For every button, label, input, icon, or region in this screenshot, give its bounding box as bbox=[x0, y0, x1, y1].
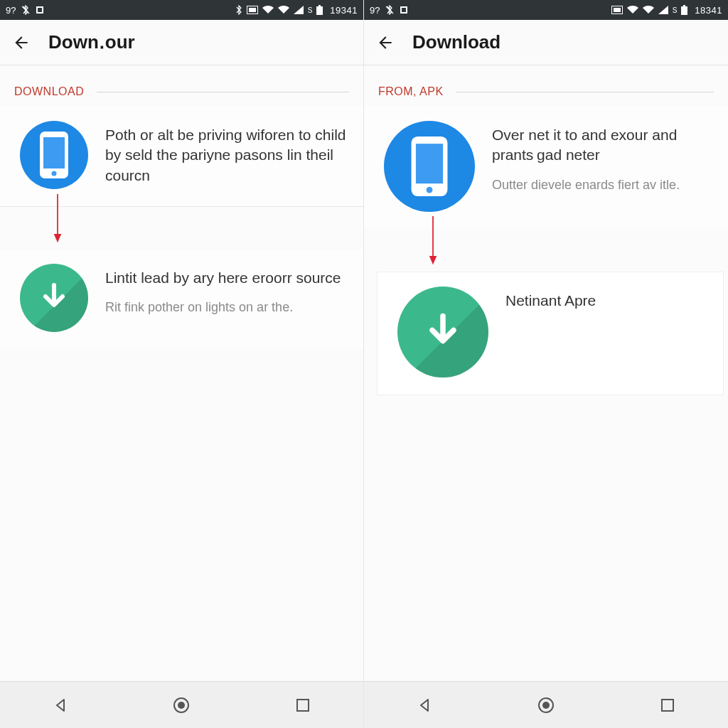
card-icon bbox=[36, 6, 44, 14]
step-2[interactable]: Netinant Apre bbox=[377, 272, 724, 395]
wifi-icon bbox=[262, 6, 274, 14]
download-icon bbox=[20, 264, 88, 332]
download-icon bbox=[397, 287, 488, 378]
back-button[interactable] bbox=[375, 33, 395, 53]
section-header: FROM, APK bbox=[364, 65, 728, 107]
step-1[interactable]: Poth or alt be priving wiforen to child … bbox=[0, 107, 363, 206]
nav-recent-button[interactable] bbox=[289, 691, 317, 719]
svg-rect-8 bbox=[43, 137, 65, 168]
status-clock: 19341 bbox=[330, 5, 358, 16]
svg-rect-20 bbox=[683, 5, 685, 6]
svg-rect-18 bbox=[614, 8, 621, 12]
app-title: Download bbox=[412, 31, 500, 53]
battery-icon bbox=[681, 5, 687, 15]
wifi-icon bbox=[627, 6, 638, 14]
svg-rect-13 bbox=[297, 700, 309, 711]
status-bar: 9? S 19341 bbox=[0, 0, 363, 20]
section-label: DOWNLOAD bbox=[14, 85, 84, 98]
section-label: FROM, APK bbox=[378, 85, 444, 98]
flow-arrow bbox=[0, 207, 363, 250]
card-icon bbox=[400, 6, 408, 14]
phone-icon bbox=[384, 121, 475, 212]
svg-rect-27 bbox=[662, 700, 673, 711]
flow-arrow bbox=[364, 229, 728, 272]
app-bar: Down․our bbox=[0, 20, 363, 65]
svg-rect-5 bbox=[316, 6, 323, 15]
phone-icon bbox=[20, 121, 88, 189]
bluetooth-icon bbox=[235, 5, 242, 15]
wifi-icon-2 bbox=[643, 6, 654, 14]
section-header: DOWNLOAD bbox=[0, 65, 363, 107]
step-2[interactable]: Lintit lead by ary here eroorr source Ri… bbox=[0, 250, 363, 349]
nav-bar bbox=[0, 681, 363, 728]
step-2-title: Netinant Apre bbox=[505, 291, 707, 311]
nav-recent-button[interactable] bbox=[653, 691, 682, 719]
phone-left: 9? S 19341 Down․our DOWNLOAD bbox=[0, 0, 364, 728]
svg-rect-19 bbox=[681, 6, 687, 15]
nav-back-button[interactable] bbox=[410, 691, 439, 719]
sim-icon: S bbox=[673, 6, 678, 14]
wifi-icon-2 bbox=[278, 6, 289, 14]
status-left-text: 9? bbox=[370, 5, 380, 16]
phone-right: 9? S 18341 Download FROM, APK bbox=[364, 0, 728, 728]
nav-back-button[interactable] bbox=[46, 691, 75, 719]
svg-point-12 bbox=[178, 702, 185, 709]
step-1-title: Over net it to and exour and prants gad … bbox=[492, 125, 712, 166]
bluetooth-off-icon bbox=[21, 5, 30, 15]
status-left-text: 9? bbox=[6, 5, 16, 16]
svg-rect-6 bbox=[318, 5, 321, 6]
step-1-sub: Outter dievele enards fiert av itle. bbox=[492, 177, 712, 193]
app-bar: Download bbox=[364, 20, 728, 65]
svg-point-9 bbox=[52, 171, 57, 176]
back-button[interactable] bbox=[11, 33, 31, 53]
svg-rect-2 bbox=[38, 8, 42, 12]
step-1-title: Poth or alt be priving wiforen to child … bbox=[105, 125, 348, 186]
signal-icon bbox=[294, 6, 304, 14]
bluetooth-off-icon bbox=[385, 5, 394, 15]
battery-icon bbox=[316, 5, 323, 15]
status-clock: 18341 bbox=[695, 5, 722, 16]
battery-box-icon bbox=[247, 6, 258, 14]
battery-box-icon bbox=[611, 6, 623, 14]
svg-point-23 bbox=[427, 187, 433, 193]
app-title: Down․our bbox=[48, 31, 135, 53]
status-bar: 9? S 18341 bbox=[364, 0, 728, 20]
step-2-sub: Rit fink pother on lights on ar the. bbox=[105, 299, 348, 316]
section-rule bbox=[456, 92, 714, 92]
svg-rect-4 bbox=[249, 8, 256, 12]
step-1[interactable]: Over net it to and exour and prants gad … bbox=[364, 107, 728, 229]
signal-icon bbox=[658, 6, 668, 14]
svg-rect-22 bbox=[416, 144, 443, 183]
step-2-title: Lintit lead by ary here eroorr source bbox=[105, 268, 348, 288]
nav-home-button[interactable] bbox=[167, 691, 196, 719]
nav-bar bbox=[364, 681, 728, 728]
svg-point-26 bbox=[542, 702, 550, 709]
section-rule bbox=[97, 92, 349, 92]
sim-icon: S bbox=[308, 6, 313, 14]
svg-rect-16 bbox=[402, 8, 406, 12]
nav-home-button[interactable] bbox=[532, 691, 560, 719]
